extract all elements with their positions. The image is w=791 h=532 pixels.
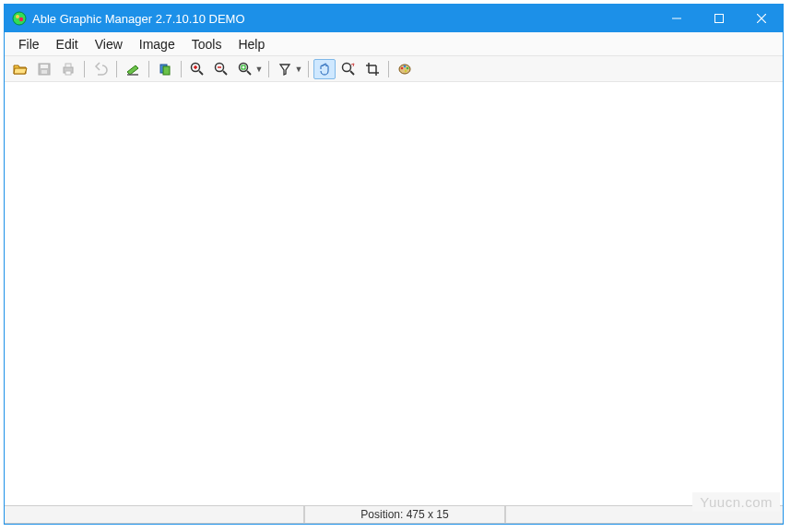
rotate-button[interactable]	[154, 59, 176, 79]
watermark: Yuucn.com	[692, 492, 780, 512]
toolbar: ▼ ▼	[5, 56, 783, 82]
svg-line-21	[223, 71, 227, 75]
crop-button[interactable]	[361, 59, 384, 79]
menu-edit[interactable]: Edit	[48, 35, 87, 53]
menu-view[interactable]: View	[87, 35, 131, 53]
menu-file[interactable]: File	[10, 35, 48, 53]
filter-button[interactable]	[274, 59, 296, 79]
svg-point-0	[13, 12, 26, 25]
canvas-area[interactable]	[5, 82, 783, 505]
app-window: Able Graphic Manager 2.7.10.10 DEMO File…	[4, 4, 784, 525]
scanner-button[interactable]	[122, 59, 144, 79]
svg-point-36	[405, 69, 407, 72]
close-button[interactable]	[740, 5, 783, 32]
hand-tool-button[interactable]	[313, 59, 336, 79]
svg-rect-25	[242, 65, 245, 69]
svg-point-26	[343, 63, 351, 71]
svg-point-2	[19, 18, 23, 21]
save-button[interactable]	[33, 59, 55, 79]
separator	[148, 61, 149, 77]
svg-point-1	[16, 15, 19, 18]
svg-rect-8	[41, 65, 48, 68]
maximize-button[interactable]	[698, 5, 740, 32]
svg-point-33	[401, 66, 404, 69]
svg-point-23	[240, 63, 248, 71]
minimize-button[interactable]	[655, 5, 698, 32]
svg-line-17	[199, 71, 203, 75]
zoom-fit-button[interactable]	[234, 59, 256, 79]
zoom-in-button[interactable]	[186, 59, 208, 79]
svg-rect-12	[65, 71, 71, 75]
menu-image[interactable]: Image	[131, 35, 183, 53]
app-icon	[12, 11, 27, 26]
undo-button[interactable]	[89, 59, 112, 79]
svg-point-34	[404, 65, 407, 67]
svg-rect-11	[65, 64, 71, 67]
separator	[308, 61, 309, 77]
window-controls	[655, 5, 783, 32]
separator	[181, 61, 182, 77]
statusbar: Position: 475 x 15	[5, 505, 783, 524]
svg-point-35	[407, 66, 409, 69]
open-button[interactable]	[9, 59, 31, 79]
svg-line-27	[350, 71, 354, 75]
svg-rect-15	[163, 66, 170, 75]
separator	[388, 61, 389, 77]
palette-button[interactable]	[394, 59, 416, 79]
status-pane-1	[5, 506, 304, 524]
titlebar: Able Graphic Manager 2.7.10.10 DEMO	[5, 5, 783, 32]
status-position: Position: 475 x 15	[304, 506, 505, 524]
menu-help[interactable]: Help	[230, 35, 273, 53]
svg-rect-4	[715, 15, 724, 23]
menu-tools[interactable]: Tools	[183, 35, 230, 53]
menubar: File Edit View Image Tools Help	[5, 32, 783, 56]
print-button[interactable]	[57, 59, 79, 79]
window-title: Able Graphic Manager 2.7.10.10 DEMO	[32, 12, 655, 26]
separator	[84, 61, 85, 77]
zoom-dropdown[interactable]: ▼	[255, 65, 263, 74]
filter-dropdown[interactable]: ▼	[295, 65, 302, 74]
svg-line-24	[247, 71, 251, 75]
separator	[116, 61, 117, 77]
svg-rect-9	[41, 70, 47, 74]
zoom-out-button[interactable]	[210, 59, 232, 79]
separator	[268, 61, 269, 77]
zoom-region-button[interactable]	[337, 59, 360, 79]
